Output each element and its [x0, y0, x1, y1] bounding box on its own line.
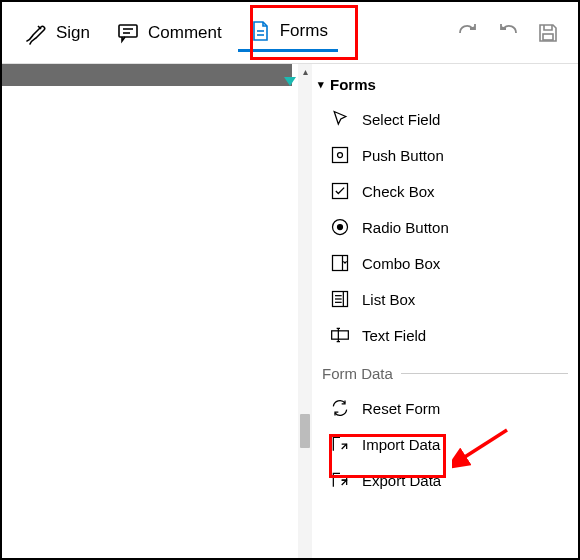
scroll-up-icon[interactable]: ▴ [298, 64, 312, 78]
redo-icon[interactable] [456, 21, 480, 45]
pen-icon [24, 21, 48, 45]
checkbox-icon [330, 181, 350, 201]
ruler-strip [2, 64, 292, 86]
text-field-item[interactable]: Text Field [318, 317, 568, 353]
listbox-icon [330, 289, 350, 309]
vertical-scrollbar[interactable]: ▴ [298, 64, 312, 558]
item-label: Radio Button [362, 219, 449, 236]
divider [401, 373, 568, 374]
collapse-icon: ▾ [318, 78, 324, 91]
comment-icon [116, 21, 140, 45]
item-label: Push Button [362, 147, 444, 164]
check-box-item[interactable]: Check Box [318, 173, 568, 209]
comment-label: Comment [148, 23, 222, 43]
cursor-icon [330, 109, 350, 129]
forms-button[interactable]: Forms [238, 13, 338, 52]
radio-icon [330, 217, 350, 237]
reset-icon [330, 398, 350, 418]
textfield-icon [330, 325, 350, 345]
item-label: Check Box [362, 183, 435, 200]
comment-button[interactable]: Comment [106, 15, 232, 51]
main-toolbar: Sign Comment Forms [2, 2, 578, 64]
item-label: Reset Form [362, 400, 440, 417]
import-icon [330, 434, 350, 454]
content-area: ▴ ▾ Forms Select Field Push Button Check… [2, 64, 578, 558]
scroll-thumb[interactable] [300, 414, 310, 448]
document-area: ▴ [2, 64, 312, 558]
reset-form-item[interactable]: Reset Form [318, 390, 568, 426]
combo-box-item[interactable]: Combo Box [318, 245, 568, 281]
push-button-item[interactable]: Push Button [318, 137, 568, 173]
sign-button[interactable]: Sign [14, 15, 100, 51]
item-label: Import Data [362, 436, 440, 453]
export-data-item[interactable]: Export Data [318, 462, 568, 498]
item-label: Export Data [362, 472, 441, 489]
ruler-marker[interactable] [284, 77, 296, 86]
form-data-section: Form Data [318, 353, 568, 390]
save-icon[interactable] [536, 21, 560, 45]
export-icon [330, 470, 350, 490]
list-box-item[interactable]: List Box [318, 281, 568, 317]
svg-rect-18 [332, 331, 349, 339]
toolbar-right [456, 21, 566, 45]
svg-rect-6 [333, 148, 348, 163]
select-field-item[interactable]: Select Field [318, 101, 568, 137]
svg-rect-5 [543, 34, 553, 40]
item-label: Combo Box [362, 255, 440, 272]
combobox-icon [330, 253, 350, 273]
radio-button-item[interactable]: Radio Button [318, 209, 568, 245]
push-button-icon [330, 145, 350, 165]
item-label: Select Field [362, 111, 440, 128]
svg-rect-0 [119, 25, 137, 37]
document-icon [248, 19, 272, 43]
forms-label: Forms [280, 21, 328, 41]
panel-title-row[interactable]: ▾ Forms [318, 74, 568, 101]
sign-label: Sign [56, 23, 90, 43]
import-data-item[interactable]: Import Data [318, 426, 568, 462]
undo-icon[interactable] [496, 21, 520, 45]
form-data-label: Form Data [322, 365, 393, 382]
svg-point-7 [338, 153, 343, 158]
item-label: List Box [362, 291, 415, 308]
panel-title: Forms [330, 76, 376, 93]
svg-point-10 [338, 225, 343, 230]
forms-panel: ▾ Forms Select Field Push Button Check B… [312, 64, 578, 558]
item-label: Text Field [362, 327, 426, 344]
